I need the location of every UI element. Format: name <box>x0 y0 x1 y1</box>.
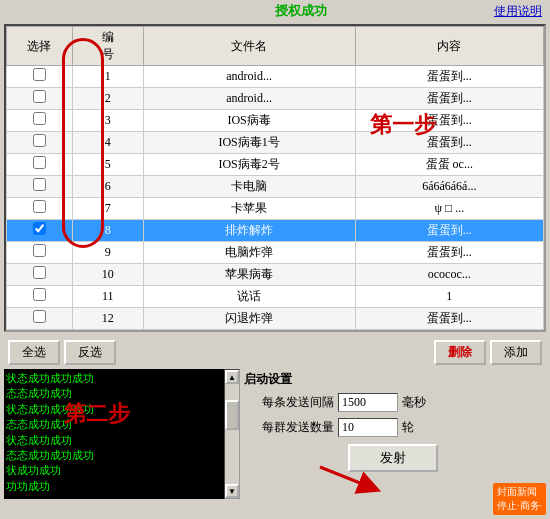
log-line: 状态成功成功成功 <box>6 371 222 386</box>
row-num: 11 <box>72 286 143 308</box>
main-container: 选择 编号 文件名 内容 1android...蛋蛋到...2android..… <box>0 22 550 501</box>
col-header-select: 选择 <box>7 27 73 66</box>
log-line: 态态成功成功成功 <box>6 448 222 463</box>
watermark-line1: 封面新闻 <box>497 485 542 499</box>
count-input[interactable] <box>338 418 398 437</box>
table-row: 4IOS病毒1号蛋蛋到... <box>7 132 544 154</box>
scroll-down-arrow[interactable]: ▼ <box>225 484 239 498</box>
row-content: 蛋蛋到... <box>355 220 543 242</box>
row-checkbox[interactable] <box>33 156 46 169</box>
row-num: 9 <box>72 242 143 264</box>
row-content: ocococ... <box>355 264 543 286</box>
checkbox-cell[interactable] <box>7 110 73 132</box>
row-num: 4 <box>72 132 143 154</box>
checkbox-cell[interactable] <box>7 220 73 242</box>
row-checkbox[interactable] <box>33 112 46 125</box>
table-row: 1android...蛋蛋到... <box>7 66 544 88</box>
checkbox-cell[interactable] <box>7 132 73 154</box>
red-arrow <box>310 457 390 497</box>
checkbox-cell[interactable] <box>7 154 73 176</box>
interval-unit: 毫秒 <box>402 394 426 411</box>
scroll-thumb[interactable] <box>225 400 239 430</box>
col-header-num: 编号 <box>72 27 143 66</box>
row-filename: IOS病毒2号 <box>143 154 355 176</box>
row-checkbox[interactable] <box>33 288 46 301</box>
row-content: 蛋蛋到... <box>355 88 543 110</box>
invert-button[interactable]: 反选 <box>64 340 116 365</box>
table-row: 9电脑炸弹蛋蛋到... <box>7 242 544 264</box>
table-wrapper: 选择 编号 文件名 内容 1android...蛋蛋到...2android..… <box>6 26 544 330</box>
interval-row: 每条发送间隔 毫秒 <box>240 390 546 415</box>
right-settings: 启动设置 每条发送间隔 毫秒 每群发送数量 轮 发射 <box>240 369 546 499</box>
interval-input[interactable] <box>338 393 398 412</box>
table-row: 7卡苹果ψ □ ... <box>7 198 544 220</box>
row-checkbox[interactable] <box>33 266 46 279</box>
row-filename: 电脑炸弹 <box>143 242 355 264</box>
row-num: 2 <box>72 88 143 110</box>
row-filename: 卡苹果 <box>143 198 355 220</box>
checkbox-cell[interactable] <box>7 264 73 286</box>
row-num: 10 <box>72 264 143 286</box>
row-content: 蛋蛋到... <box>355 308 543 330</box>
row-filename: 卡电脑 <box>143 176 355 198</box>
step-two-label: 第二步 <box>64 399 130 429</box>
table-row: 6卡电脑6á6á6á6á... <box>7 176 544 198</box>
log-line: 功功成功 <box>6 479 222 494</box>
row-content: ψ □ ... <box>355 198 543 220</box>
row-num: 12 <box>72 308 143 330</box>
watermark: 封面新闻 停止·商务· <box>493 483 546 515</box>
row-checkbox[interactable] <box>33 178 46 191</box>
table-body: 1android...蛋蛋到...2android...蛋蛋到...3IOS病毒… <box>7 66 544 330</box>
log-line: 状态成功成功 <box>6 433 222 448</box>
select-all-button[interactable]: 全选 <box>8 340 60 365</box>
checkbox-cell[interactable] <box>7 176 73 198</box>
data-table: 选择 编号 文件名 内容 1android...蛋蛋到...2android..… <box>6 26 544 330</box>
add-button[interactable]: 添加 <box>490 340 542 365</box>
row-content: 蛋蛋到... <box>355 110 543 132</box>
row-filename: 闪退炸弹 <box>143 308 355 330</box>
button-row: 全选 反选 删除 添加 <box>4 336 546 369</box>
row-checkbox[interactable] <box>33 90 46 103</box>
checkbox-cell[interactable] <box>7 66 73 88</box>
checkbox-cell[interactable] <box>7 286 73 308</box>
table-row: 10苹果病毒ocococ... <box>7 264 544 286</box>
row-content: 蛋蛋到... <box>355 66 543 88</box>
watermark-line2: 停止·商务· <box>497 499 542 513</box>
count-row: 每群发送数量 轮 <box>240 415 546 440</box>
row-content: 1 <box>355 286 543 308</box>
row-filename: 苹果病毒 <box>143 264 355 286</box>
row-checkbox[interactable] <box>33 310 46 323</box>
checkbox-cell[interactable] <box>7 308 73 330</box>
row-filename: IOS病毒1号 <box>143 132 355 154</box>
row-checkbox[interactable] <box>33 134 46 147</box>
left-log: 状态成功成功成功态态成功成功状态成功成功成功态态成功成功状态成功成功态态成功成功… <box>4 369 224 499</box>
row-filename: android... <box>143 66 355 88</box>
checkbox-cell[interactable] <box>7 242 73 264</box>
count-label: 每群发送数量 <box>244 419 334 436</box>
row-filename: 说话 <box>143 286 355 308</box>
row-num: 7 <box>72 198 143 220</box>
table-row: 3IOS病毒蛋蛋到... <box>7 110 544 132</box>
row-content: 蛋蛋到... <box>355 132 543 154</box>
vertical-scrollbar[interactable]: ▲ ▼ <box>224 369 240 499</box>
row-content: 蛋蛋到... <box>355 242 543 264</box>
checkbox-cell[interactable] <box>7 198 73 220</box>
row-num: 6 <box>72 176 143 198</box>
usage-link[interactable]: 使用说明 <box>494 3 542 20</box>
top-bar: 授权成功 使用说明 <box>0 0 550 22</box>
row-filename: 排炸解炸 <box>143 220 355 242</box>
row-checkbox[interactable] <box>33 200 46 213</box>
right-buttons: 删除 添加 <box>434 340 542 365</box>
row-num: 8 <box>72 220 143 242</box>
row-checkbox[interactable] <box>33 222 46 235</box>
svg-line-0 <box>320 467 370 487</box>
row-checkbox[interactable] <box>33 68 46 81</box>
table-row: 2android...蛋蛋到... <box>7 88 544 110</box>
table-row: 8排炸解炸蛋蛋到... <box>7 220 544 242</box>
col-header-filename: 文件名 <box>143 27 355 66</box>
table-header-row: 选择 编号 文件名 内容 <box>7 27 544 66</box>
scroll-up-arrow[interactable]: ▲ <box>225 370 239 384</box>
checkbox-cell[interactable] <box>7 88 73 110</box>
row-checkbox[interactable] <box>33 244 46 257</box>
delete-button[interactable]: 删除 <box>434 340 486 365</box>
